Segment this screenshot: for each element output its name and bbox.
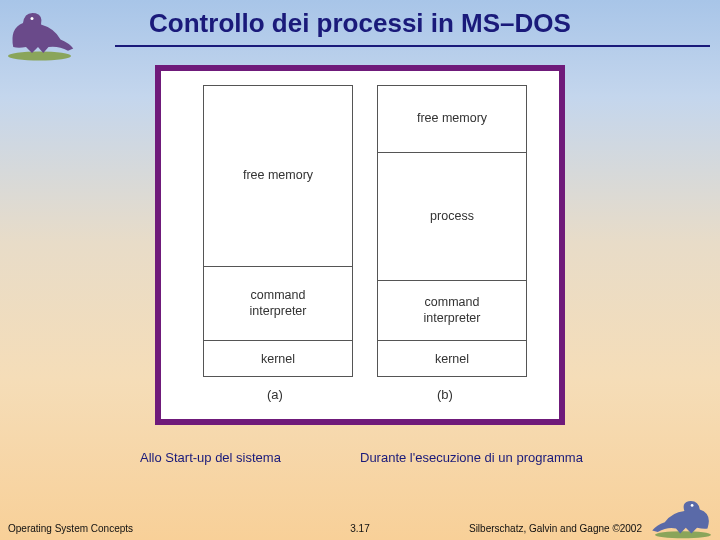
segment-free-memory: free memory [378, 86, 526, 152]
memory-column-b: free memory process command interpreter … [377, 85, 527, 377]
figure: free memory command interpreter kernel (… [161, 71, 559, 419]
svg-point-3 [691, 504, 694, 507]
segment-kernel: kernel [378, 340, 526, 378]
title-underline [115, 45, 710, 47]
caption-left: Allo Start-up del sistema [140, 450, 281, 465]
svg-point-0 [8, 52, 71, 61]
column-label-a: (a) [267, 387, 283, 402]
svg-point-1 [31, 17, 34, 20]
segment-kernel: kernel [204, 340, 352, 378]
svg-point-2 [655, 531, 711, 538]
column-label-b: (b) [437, 387, 453, 402]
caption-right: Durante l'esecuzione di un programma [360, 450, 583, 465]
memory-column-a: free memory command interpreter kernel [203, 85, 353, 377]
figure-frame: free memory command interpreter kernel (… [155, 65, 565, 425]
footer-left: Operating System Concepts [8, 523, 133, 534]
segment-free-memory: free memory [204, 86, 352, 266]
segment-command-interpreter: command interpreter [378, 280, 526, 340]
footer-right: Silberschatz, Galvin and Gagne ©2002 [469, 523, 642, 534]
dinosaur-icon [2, 2, 77, 60]
segment-command-interpreter: command interpreter [204, 266, 352, 340]
segment-process: process [378, 152, 526, 280]
slide-title: Controllo dei processi in MS–DOS [0, 0, 720, 39]
footer-page-number: 3.17 [350, 523, 369, 534]
dinosaur-icon [648, 490, 718, 538]
